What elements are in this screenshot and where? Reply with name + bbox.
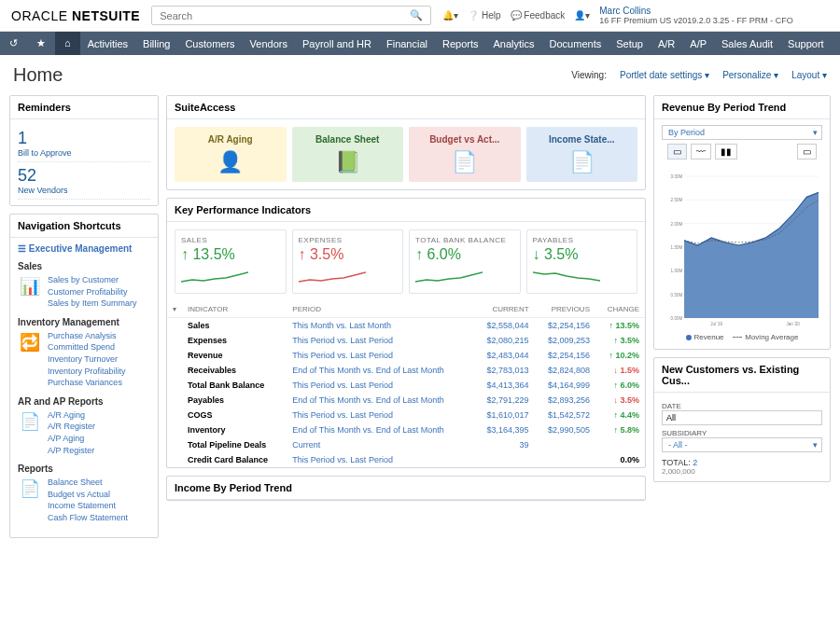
- shortcut-link[interactable]: A/P Aging: [48, 433, 95, 445]
- new-customers-title: New Customers vs. Existing Cus...: [654, 358, 830, 393]
- layout[interactable]: Layout ▾: [791, 70, 827, 80]
- user-block[interactable]: Marc Collins 16 FF Premium US v2019.2.0 …: [599, 6, 793, 25]
- viewing-label: Viewing:: [571, 70, 607, 80]
- shortcut-link[interactable]: Inventory Profitability: [48, 366, 126, 378]
- nav-items: ActivitiesBillingCustomersVendorsPayroll…: [80, 33, 832, 55]
- search-box[interactable]: 🔍: [151, 6, 431, 25]
- kpi-row[interactable]: RevenueThis Period vs. Last Period$2,483…: [167, 348, 645, 363]
- shortcuts-portlet: Navigation Shortcuts ☰ Executive Managem…: [9, 214, 159, 538]
- area-chart-icon-2[interactable]: ▭: [797, 144, 817, 159]
- star-icon[interactable]: ★: [27, 32, 55, 55]
- shortcut-link[interactable]: A/P Register: [48, 445, 95, 457]
- kpi-row[interactable]: SalesThis Month vs. Last Month$2,558,044…: [167, 318, 645, 334]
- help-link[interactable]: ❔ Help: [468, 10, 500, 21]
- section-icon: 📊: [18, 274, 42, 298]
- kpi-row[interactable]: InventoryEnd of This Month vs. End of La…: [167, 422, 645, 437]
- svg-text:2.50M: 2.50M: [671, 198, 683, 202]
- kpi-row[interactable]: ReceivablesEnd of This Month vs. End of …: [167, 363, 645, 378]
- subsidiary-label: SUBSIDIARY: [662, 429, 822, 437]
- user-icon[interactable]: 👤▾: [574, 10, 590, 21]
- portlet-date-settings[interactable]: Portlet date settings ▾: [620, 70, 709, 80]
- shortcut-link[interactable]: Income Statement: [48, 500, 128, 512]
- chart-legend: Revenue Moving Average: [662, 331, 822, 343]
- nav-billing[interactable]: Billing: [135, 33, 177, 55]
- area-chart-icon[interactable]: ▭: [667, 144, 687, 159]
- feedback-link[interactable]: 💬 Feedback: [511, 10, 566, 21]
- shortcut-link[interactable]: Purchase Analysis: [48, 330, 126, 342]
- kpi-card[interactable]: PAYABLES↓ 3.5%: [526, 229, 638, 294]
- shortcut-section: Sales📊Sales by CustomerCustomer Profitab…: [18, 261, 150, 310]
- svg-text:2.00M: 2.00M: [671, 222, 683, 227]
- shortcut-link[interactable]: Balance Sheet: [48, 477, 128, 489]
- shortcut-link[interactable]: Cash Flow Statement: [48, 512, 128, 524]
- subsidiary-dropdown[interactable]: - All -: [662, 437, 822, 452]
- reminder-item[interactable]: 52New Vendors: [18, 162, 150, 200]
- shortcut-link[interactable]: Budget vs Actual: [48, 489, 128, 501]
- tile-icon: 📄: [452, 150, 477, 174]
- kpi-row[interactable]: PayablesEnd of This Month vs. End of Las…: [167, 393, 645, 408]
- personalize[interactable]: Personalize ▾: [722, 70, 778, 80]
- kpi-row[interactable]: Credit Card BalanceThis Period vs. Last …: [167, 452, 645, 467]
- tile-income-state-[interactable]: Income State...📄: [526, 127, 638, 182]
- history-icon[interactable]: ↺: [0, 32, 27, 55]
- kpi-card[interactable]: TOTAL BANK BALANCE↑ 6.0%: [409, 229, 521, 294]
- mid-column: SuiteAccess A/R Aging👤Balance Sheet📗Budg…: [166, 95, 646, 538]
- nav-reports[interactable]: Reports: [435, 33, 486, 55]
- tile-icon: 📄: [569, 150, 595, 174]
- tile-balance-sheet[interactable]: Balance Sheet📗: [292, 127, 404, 182]
- nav-analytics[interactable]: Analytics: [486, 33, 542, 55]
- dashboard-layout: Reminders 1Bill to Approve52New Vendors …: [0, 95, 840, 549]
- nav-financial[interactable]: Financial: [379, 33, 435, 55]
- nav-a-p[interactable]: A/P: [682, 33, 714, 55]
- nav-sales-audit[interactable]: Sales Audit: [714, 33, 780, 55]
- search-icon[interactable]: 🔍: [410, 9, 423, 21]
- nav-activities[interactable]: Activities: [80, 33, 135, 55]
- tile-budget-vs-act-[interactable]: Budget vs Act...📄: [409, 127, 521, 182]
- tile-icon: 👤: [217, 150, 243, 174]
- shortcut-link[interactable]: Customer Profitability: [48, 286, 137, 298]
- nav-a-r[interactable]: A/R: [651, 33, 682, 55]
- period-dropdown[interactable]: By Period: [662, 125, 822, 140]
- search-input[interactable]: [160, 10, 410, 21]
- left-column: Reminders 1Bill to Approve52New Vendors …: [9, 95, 159, 538]
- chart-type-switch: ▭ 〰 ▮▮ ▭: [662, 140, 822, 163]
- shortcut-link[interactable]: A/R Aging: [48, 409, 95, 422]
- shortcut-link[interactable]: Sales by Customer: [48, 274, 137, 286]
- shortcut-link[interactable]: Purchase Variances: [48, 377, 126, 389]
- nav-customers[interactable]: Customers: [177, 33, 242, 55]
- kpi-card[interactable]: SALES↑ 13.5%: [175, 229, 287, 294]
- kpi-title: Key Performance Indicators: [167, 199, 645, 222]
- shortcut-link[interactable]: Committed Spend: [48, 341, 126, 353]
- tile-a-r-aging[interactable]: A/R Aging👤: [175, 127, 287, 182]
- nav-payroll-and-hr[interactable]: Payroll and HR: [295, 33, 379, 55]
- nav-setup[interactable]: Setup: [609, 33, 651, 55]
- svg-text:3.00M: 3.00M: [671, 174, 683, 179]
- exec-mgmt-link[interactable]: ☰ Executive Management: [18, 243, 150, 254]
- svg-text:1.00M: 1.00M: [671, 269, 683, 273]
- kpi-row[interactable]: ExpensesThis Period vs. Last Period$2,08…: [167, 333, 645, 348]
- shortcut-section: AR and AP Reports📄A/R AgingA/R RegisterA…: [18, 396, 150, 456]
- page-title: Home: [13, 64, 63, 86]
- svg-text:0.00M: 0.00M: [671, 316, 683, 321]
- section-icon: 📄: [18, 409, 42, 434]
- notifications-icon[interactable]: 🔔▾: [442, 10, 458, 21]
- nav-support[interactable]: Support: [780, 33, 832, 55]
- user-name: Marc Collins: [599, 6, 793, 16]
- kpi-row[interactable]: Total Bank BalanceThis Period vs. Last P…: [167, 378, 645, 393]
- kpi-card[interactable]: EXPENSES↑ 3.5%: [292, 229, 404, 294]
- reminders-portlet: Reminders 1Bill to Approve52New Vendors: [9, 95, 159, 206]
- date-input[interactable]: [662, 410, 822, 425]
- shortcut-link[interactable]: Inventory Turnover: [48, 353, 126, 366]
- income-trend-portlet: Income By Period Trend: [166, 476, 646, 501]
- kpi-row[interactable]: COGSThis Period vs. Last Period$1,610,01…: [167, 408, 645, 422]
- home-icon[interactable]: ⌂: [55, 32, 80, 55]
- svg-text:0.50M: 0.50M: [671, 292, 683, 297]
- nav-documents[interactable]: Documents: [542, 33, 609, 55]
- reminder-item[interactable]: 1Bill to Approve: [18, 125, 150, 162]
- kpi-row[interactable]: Total Pipeline DealsCurrent39: [167, 437, 645, 452]
- line-chart-icon[interactable]: 〰: [691, 144, 711, 159]
- bar-chart-icon[interactable]: ▮▮: [715, 144, 737, 159]
- nav-vendors[interactable]: Vendors: [243, 33, 295, 55]
- shortcut-link[interactable]: A/R Register: [48, 421, 95, 433]
- shortcut-link[interactable]: Sales by Item Summary: [48, 298, 137, 310]
